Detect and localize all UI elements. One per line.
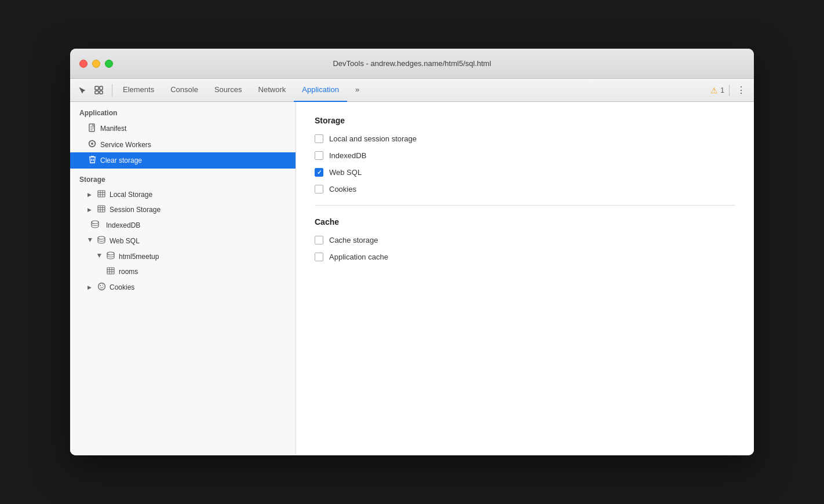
- tab-elements[interactable]: Elements: [115, 79, 162, 102]
- checkbox-indexeddb-label: IndexedDB: [329, 151, 366, 160]
- svg-rect-7: [98, 191, 105, 197]
- tab-sources[interactable]: Sources: [206, 79, 250, 102]
- warning-count: 1: [720, 86, 724, 94]
- web-sql-expand-arrow: ▶: [87, 238, 93, 244]
- sidebar-item-manifest[interactable]: Manifest: [70, 120, 296, 137]
- checkbox-websql-label: Web SQL: [329, 168, 362, 177]
- tab-console[interactable]: Console: [162, 79, 206, 102]
- sidebar-local-storage-label: Local Storage: [110, 191, 152, 199]
- checkbox-indexeddb: IndexedDB: [315, 151, 735, 160]
- svg-point-6: [91, 143, 93, 145]
- sidebar-rooms-label: rooms: [119, 268, 138, 276]
- checkbox-local-session-box[interactable]: [315, 134, 323, 143]
- checkbox-cache-storage-box[interactable]: [315, 236, 323, 244]
- checkbox-websql-box[interactable]: ✓: [315, 168, 323, 177]
- minimize-button[interactable]: [92, 60, 100, 68]
- more-options-button[interactable]: ⋮: [734, 85, 748, 96]
- clear-storage-icon: [87, 155, 97, 166]
- devtools-window: DevTools - andrew.hedges.name/html5/sql.…: [70, 49, 754, 455]
- sidebar-item-indexeddb[interactable]: IndexedDB: [70, 217, 296, 233]
- sidebar-item-rooms[interactable]: rooms: [70, 264, 296, 279]
- checkbox-local-session: Local and session storage: [315, 134, 735, 143]
- sidebar-item-html5meetup[interactable]: ▶ html5meetup: [70, 249, 296, 264]
- sidebar-html5meetup-label: html5meetup: [119, 253, 159, 261]
- cookies-icon: [97, 282, 106, 293]
- sidebar-app-section: Application: [70, 102, 296, 120]
- devtools-body: Application Manifest: [70, 102, 754, 455]
- sidebar-service-workers-label: Service Workers: [100, 141, 151, 149]
- tab-application[interactable]: Application: [294, 79, 347, 102]
- checkbox-app-cache-box[interactable]: [315, 253, 323, 261]
- checkbox-cookies: Cookies: [315, 185, 735, 193]
- sidebar-item-web-sql[interactable]: ▶ Web SQL: [70, 233, 296, 249]
- tab-more[interactable]: »: [347, 79, 367, 102]
- sidebar: Application Manifest: [70, 102, 296, 455]
- warning-badge[interactable]: ⚠ 1: [710, 86, 724, 95]
- traffic-lights: [79, 60, 113, 68]
- toolbar-right: ⚠ 1 ⋮: [710, 85, 748, 96]
- svg-point-18: [98, 236, 105, 239]
- checkbox-websql-checkmark: ✓: [317, 169, 322, 176]
- svg-point-26: [100, 285, 101, 286]
- sidebar-web-sql-label: Web SQL: [110, 237, 140, 245]
- checkbox-cookies-box[interactable]: [315, 185, 323, 193]
- svg-rect-0: [95, 86, 99, 90]
- html5meetup-icon: [106, 251, 115, 261]
- svg-rect-1: [95, 91, 99, 94]
- sidebar-item-session-storage[interactable]: ▶ Session Storage: [70, 202, 296, 217]
- main-panel: Storage Local and session storage Indexe…: [296, 102, 754, 455]
- storage-section: Storage Local and session storage Indexe…: [315, 116, 735, 193]
- service-workers-icon: [87, 140, 97, 149]
- html5meetup-expand-arrow: ▶: [97, 254, 103, 260]
- titlebar: DevTools - andrew.hedges.name/html5/sql.…: [70, 49, 754, 79]
- svg-point-28: [101, 287, 103, 288]
- sidebar-storage-section: Storage: [70, 169, 296, 187]
- window-title: DevTools - andrew.hedges.name/html5/sql.…: [79, 59, 745, 68]
- svg-point-30: [103, 286, 104, 287]
- svg-rect-12: [98, 206, 105, 212]
- cursor-icon[interactable]: [76, 84, 89, 97]
- checkbox-local-session-label: Local and session storage: [329, 134, 417, 143]
- local-storage-expand-arrow: ▶: [87, 192, 93, 198]
- inspect-icon[interactable]: [92, 84, 105, 97]
- indexeddb-icon: [87, 220, 103, 230]
- session-storage-expand-arrow: ▶: [87, 207, 93, 213]
- local-storage-icon: [97, 190, 106, 199]
- sidebar-item-local-storage[interactable]: ▶ Local Storage: [70, 187, 296, 202]
- checkbox-cache-storage: Cache storage: [315, 236, 735, 244]
- cache-section-title: Cache: [315, 217, 735, 227]
- section-divider: [315, 205, 735, 206]
- sidebar-indexeddb-label: IndexedDB: [106, 221, 140, 229]
- svg-point-25: [98, 283, 105, 290]
- close-button[interactable]: [79, 60, 87, 68]
- sidebar-clear-storage-label: Clear storage: [100, 156, 142, 165]
- checkbox-cache-storage-label: Cache storage: [329, 236, 378, 244]
- cookies-expand-arrow: ▶: [87, 284, 93, 290]
- svg-point-17: [92, 221, 99, 224]
- checkbox-indexeddb-box[interactable]: [315, 151, 323, 160]
- checkbox-websql: ✓ Web SQL: [315, 168, 735, 177]
- checkbox-app-cache-label: Application cache: [329, 253, 388, 261]
- sidebar-item-cookies[interactable]: ▶ Cookies: [70, 279, 296, 295]
- sidebar-session-storage-label: Session Storage: [110, 206, 161, 214]
- rooms-icon: [106, 267, 115, 276]
- toolbar: Elements Console Sources Network Applica…: [70, 79, 754, 102]
- tab-network[interactable]: Network: [250, 79, 294, 102]
- checkbox-app-cache: Application cache: [315, 253, 735, 261]
- sidebar-item-service-workers[interactable]: Service Workers: [70, 137, 296, 152]
- sidebar-manifest-label: Manifest: [100, 125, 126, 133]
- toolbar-icons: [76, 84, 112, 97]
- storage-section-title: Storage: [315, 116, 735, 125]
- sidebar-cookies-label: Cookies: [110, 283, 134, 291]
- svg-rect-20: [107, 268, 114, 274]
- svg-point-29: [100, 287, 100, 288]
- warning-icon: ⚠: [710, 86, 718, 95]
- tab-bar: Elements Console Sources Network Applica…: [115, 79, 710, 102]
- svg-point-19: [107, 252, 114, 255]
- session-storage-icon: [97, 205, 106, 214]
- cache-section: Cache Cache storage Application cache: [315, 217, 735, 261]
- maximize-button[interactable]: [105, 60, 113, 68]
- svg-rect-3: [100, 91, 103, 94]
- web-sql-icon: [97, 236, 106, 246]
- sidebar-item-clear-storage[interactable]: Clear storage: [70, 152, 296, 169]
